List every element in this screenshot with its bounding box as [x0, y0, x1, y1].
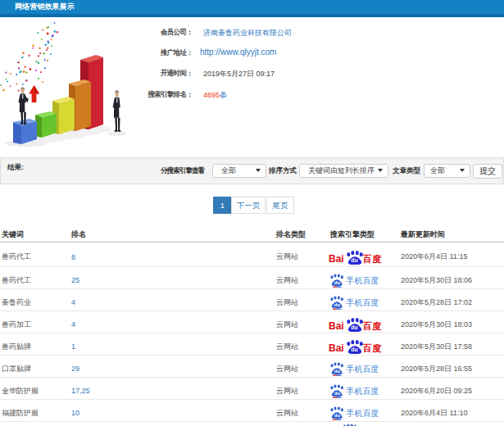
- svg-text:du: du: [334, 302, 341, 307]
- svg-text:du: du: [351, 347, 357, 352]
- svg-text:du: du: [334, 413, 341, 418]
- svg-text:du: du: [351, 257, 357, 263]
- svg-text:手机百度: 手机百度: [346, 409, 379, 418]
- svg-text:百度: 百度: [362, 254, 383, 264]
- svg-text:Bai: Bai: [329, 252, 344, 264]
- svg-text:du: du: [351, 324, 357, 330]
- svg-text:Bai: Bai: [329, 342, 344, 354]
- svg-text:Bai: Bai: [329, 320, 344, 332]
- svg-text:手机百度: 手机百度: [346, 276, 379, 285]
- svg-text:百度: 百度: [362, 321, 383, 331]
- svg-text:du: du: [334, 280, 341, 285]
- svg-text:du: du: [334, 369, 341, 374]
- svg-text:du: du: [334, 391, 341, 396]
- svg-text:百度: 百度: [362, 343, 383, 353]
- svg-text:手机百度: 手机百度: [346, 365, 379, 374]
- svg-text:手机百度: 手机百度: [346, 298, 379, 307]
- svg-text:手机百度: 手机百度: [346, 387, 379, 396]
